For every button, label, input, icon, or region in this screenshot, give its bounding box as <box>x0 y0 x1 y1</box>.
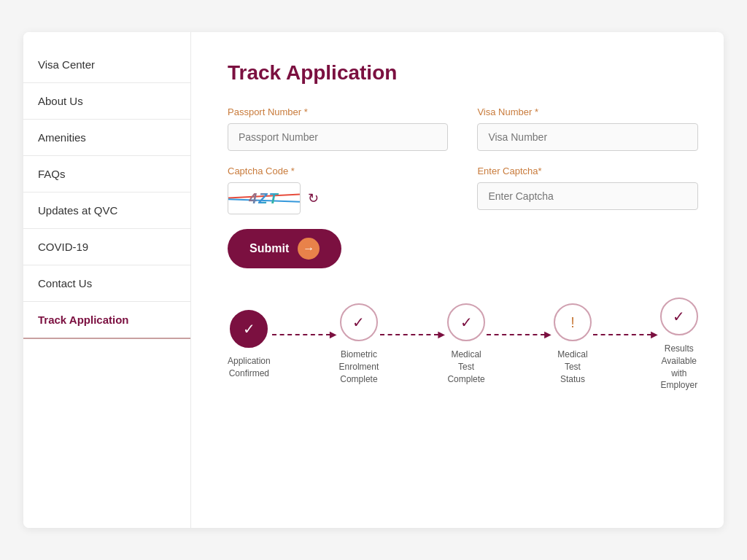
sidebar-item-visa-center[interactable]: Visa Center <box>23 47 190 83</box>
main-container: Visa Center About Us Amenities FAQs Upda… <box>23 32 724 528</box>
sidebar-item-covid-19[interactable]: COVID-19 <box>23 229 190 265</box>
step-circle-1: ✓ <box>230 310 268 348</box>
step-app-confirmed: ✓ ApplicationConfirmed <box>228 310 271 380</box>
submit-button[interactable]: Submit → <box>228 229 341 268</box>
step-label-1: ApplicationConfirmed <box>228 355 271 380</box>
dashed-line-3 <box>487 334 545 335</box>
step-circle-3: ✓ <box>447 303 485 341</box>
dashed-line-2 <box>380 334 438 335</box>
dashed-line-1 <box>272 334 330 335</box>
enter-captcha-label: Enter Captcha* <box>477 166 697 176</box>
submit-arrow-icon: → <box>298 238 320 260</box>
step-biometric: ✓ Biometric EnrolmentComplete <box>339 303 379 385</box>
step-circle-2: ✓ <box>340 303 378 341</box>
captcha-group: Captcha Code * 4ZT ↻ <box>228 166 448 214</box>
captcha-image: 4ZT <box>228 182 301 214</box>
enter-captcha-group: Enter Captcha* <box>477 166 697 214</box>
step-circle-4: ! <box>554 303 592 341</box>
step-label-3: Medical TestComplete <box>447 349 485 385</box>
step-results: ✓ Results Availablewith Employer <box>660 298 698 392</box>
connector-1: ► <box>271 328 339 341</box>
refresh-icon[interactable]: ↻ <box>308 190 319 206</box>
passport-group: Passport Number * <box>228 106 448 151</box>
captcha-label: Captcha Code * <box>228 166 448 176</box>
sidebar-item-updates-qvc[interactable]: Updates at QVC <box>23 192 190 229</box>
page-title: Track Application <box>228 61 698 85</box>
sidebar-item-amenities[interactable]: Amenities <box>23 120 190 156</box>
step-label-5: Results Availablewith Employer <box>660 343 698 392</box>
sidebar: Visa Center About Us Amenities FAQs Upda… <box>23 32 191 528</box>
connector-2: ► <box>379 328 447 341</box>
connector-3: ► <box>485 328 554 341</box>
step-circle-5: ✓ <box>660 298 698 335</box>
step-label-2: Biometric EnrolmentComplete <box>339 349 379 385</box>
progress-tracker: ✓ ApplicationConfirmed ► ✓ Biometric Enr… <box>228 298 698 392</box>
arrow-4: ► <box>649 328 660 341</box>
sidebar-item-faqs[interactable]: FAQs <box>23 156 190 192</box>
captcha-row: 4ZT ↻ <box>228 182 448 214</box>
dashed-line-4 <box>593 334 651 335</box>
arrow-3: ► <box>542 328 554 341</box>
form-grid: Passport Number * Visa Number * Captcha … <box>228 106 698 214</box>
visa-input[interactable] <box>477 123 697 151</box>
step-medical-complete: ✓ Medical TestComplete <box>447 303 485 385</box>
captcha-text: 4ZT <box>249 190 279 207</box>
sidebar-item-about-us[interactable]: About Us <box>23 83 190 120</box>
connector-4: ► <box>592 328 660 341</box>
sidebar-item-track-application[interactable]: Track Application <box>23 302 190 339</box>
arrow-1: ► <box>328 328 339 341</box>
enter-captcha-input[interactable] <box>477 182 697 210</box>
submit-button-label: Submit <box>249 242 289 255</box>
sidebar-item-contact-us[interactable]: Contact Us <box>23 265 190 302</box>
step-label-4: Medical Test Status <box>554 349 592 385</box>
arrow-2: ► <box>436 328 447 341</box>
visa-label: Visa Number * <box>477 106 697 117</box>
step-medical-status: ! Medical Test Status <box>554 303 592 385</box>
main-content: Track Application Passport Number * Visa… <box>191 32 724 528</box>
passport-label: Passport Number * <box>228 106 448 117</box>
passport-input[interactable] <box>228 123 448 151</box>
visa-group: Visa Number * <box>477 106 697 151</box>
